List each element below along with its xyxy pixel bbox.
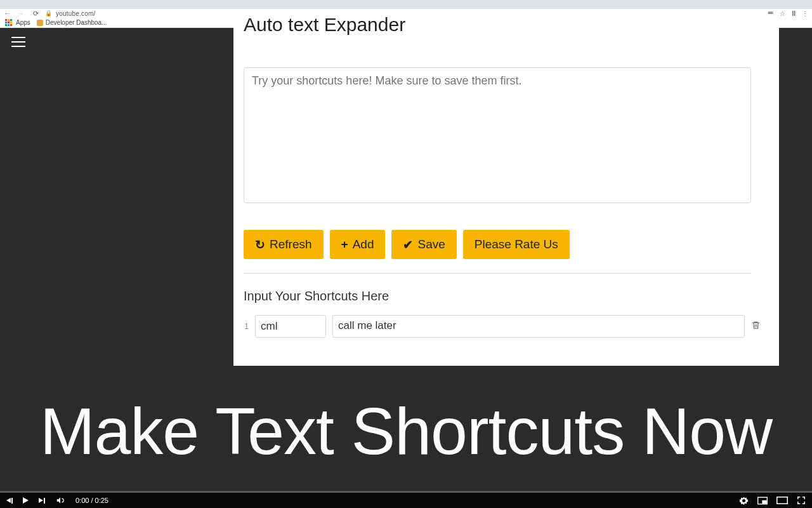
shortcut-row: 1 — [244, 315, 769, 338]
plus-icon: + — [341, 237, 348, 251]
miniplayer-icon — [757, 497, 768, 505]
shortcuts-section-label: Input Your Shortcuts Here — [244, 289, 769, 304]
skip-previous-icon — [6, 498, 13, 504]
url-text: youtube.com/ — [56, 10, 95, 17]
rate-us-button[interactable]: Please Rate Us — [463, 230, 570, 259]
theater-mode-button[interactable] — [776, 497, 788, 504]
row-number: 1 — [244, 322, 249, 331]
refresh-icon: ↻ — [255, 237, 265, 252]
settings-button[interactable] — [739, 496, 749, 505]
promo-banner-text: Make Text Shortcuts Now — [0, 394, 812, 469]
svg-rect-2 — [777, 497, 788, 504]
popup-title: Auto text Expander — [244, 14, 769, 36]
fullscreen-icon — [797, 496, 806, 505]
chrome-menu-icon[interactable]: ⋮ — [802, 10, 808, 17]
video-time: 0:00 / 0:25 — [75, 497, 108, 504]
reload-icon[interactable]: ⟳ — [33, 10, 39, 18]
save-button[interactable]: ✔ Save — [391, 230, 456, 259]
back-icon[interactable]: ← — [4, 9, 11, 18]
volume-icon — [55, 496, 65, 505]
address-bar[interactable]: 🔒 youtube.com/ — [45, 10, 95, 17]
video-controls-bar: 0:00 / 0:25 — [0, 493, 812, 508]
try-shortcuts-textarea[interactable] — [244, 67, 751, 203]
fullscreen-button[interactable] — [797, 496, 806, 505]
rate-label: Please Rate Us — [475, 237, 558, 251]
extension-popup: Auto text Expander ↻ Refresh + Add ✔ Sav… — [233, 14, 779, 366]
save-label: Save — [417, 237, 445, 251]
bookmark-favicon — [37, 20, 43, 26]
previous-button[interactable] — [6, 498, 13, 504]
next-button[interactable] — [39, 498, 45, 504]
trash-icon[interactable] — [751, 320, 761, 333]
skip-next-icon — [39, 498, 45, 504]
bookmark-star-icon[interactable]: ☆ — [780, 10, 785, 17]
svg-rect-1 — [763, 500, 766, 503]
apps-grid-icon — [5, 19, 12, 26]
add-label: Add — [353, 237, 374, 251]
page-viewport: Auto text Expander ↻ Refresh + Add ✔ Sav… — [0, 28, 812, 508]
theater-icon — [776, 497, 788, 504]
action-button-row: ↻ Refresh + Add ✔ Save Please Rate Us — [244, 230, 769, 259]
forward-icon: → — [16, 9, 24, 18]
check-icon: ✔ — [403, 237, 413, 252]
refresh-button[interactable]: ↻ Refresh — [244, 230, 324, 259]
pause-icon[interactable]: II — [792, 10, 796, 17]
browser-tabstrip — [0, 0, 812, 9]
lock-icon: 🔒 — [45, 10, 52, 17]
divider — [244, 273, 751, 274]
apps-shortcut[interactable]: Apps — [5, 19, 30, 26]
play-icon — [23, 497, 29, 504]
miniplayer-button[interactable] — [757, 497, 768, 505]
volume-button[interactable] — [55, 496, 65, 505]
shortcut-expansion-input[interactable] — [332, 315, 745, 338]
bookmark-label: Developer Dashboa... — [46, 19, 107, 26]
shortcut-key-input[interactable] — [255, 315, 326, 338]
refresh-label: Refresh — [270, 237, 312, 251]
apps-label: Apps — [16, 19, 30, 26]
add-button[interactable]: + Add — [330, 230, 386, 259]
play-button[interactable] — [23, 497, 29, 504]
hamburger-menu-icon[interactable] — [11, 37, 25, 47]
gear-icon — [739, 496, 749, 505]
bookmark-dev-dashboard[interactable]: Developer Dashboa... — [37, 19, 107, 26]
